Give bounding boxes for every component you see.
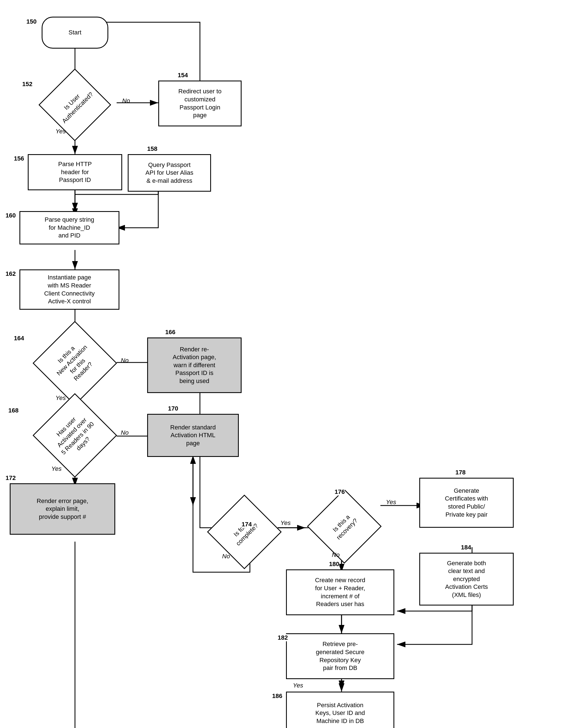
yes-label-persist: Yes: [293, 682, 303, 689]
no-label-recovery: No: [332, 551, 339, 559]
render-standard-label: Render standardActivation HTMLpage: [170, 424, 216, 448]
label-150: 150: [26, 18, 37, 25]
persist-keys-node: Persist ActivationKeys, User ID andMachi…: [286, 691, 394, 728]
create-record-node: Create new recordfor User + Reader,incre…: [286, 569, 394, 615]
form-complete-diamond: Is formcomplete?: [206, 505, 283, 558]
render-reactivation-label: Render re-Activation page,warn if differ…: [173, 345, 216, 385]
new-activation-label: Is this aNew Activationfor thisReader?: [49, 338, 100, 389]
render-error-label: Render error page,explain limit,provide …: [37, 497, 88, 521]
label-166: 166: [165, 328, 175, 336]
recovery-diamond: Is this arecovery?: [303, 500, 386, 553]
is-auth-diamond: Is UserAuthenticated?: [39, 79, 111, 128]
generate-certs-node: GenerateCertificates withstored Public/P…: [419, 478, 514, 528]
generate-certs-label: GenerateCertificates withstored Public/P…: [445, 487, 488, 519]
label-158: 158: [147, 145, 158, 153]
new-activation-diamond: Is this aNew Activationfor thisReader?: [28, 333, 122, 393]
start-label: Start: [69, 29, 81, 37]
yes-label-auth: Yes: [55, 128, 66, 135]
is-auth-label: Is UserAuthenticated?: [55, 85, 95, 125]
label-182: 182: [278, 634, 288, 641]
label-178: 178: [455, 469, 466, 476]
label-156: 156: [14, 155, 24, 162]
label-176: 176: [335, 488, 345, 496]
query-passport-node: Query PassportAPI for User Alias& e-mail…: [128, 154, 211, 192]
create-record-label: Create new recordfor User + Reader,incre…: [315, 576, 366, 608]
retrieve-key-node: Retrieve pre-generated SecureRepository …: [286, 633, 394, 679]
has-activated-diamond: Has userActivated over5 Readers in 90day…: [22, 406, 128, 465]
flowchart-diagram: Start 150 Is UserAuthenticated? 152 No Y…: [0, 0, 587, 728]
no-label-auth: No: [122, 97, 130, 105]
retrieve-key-label: Retrieve pre-generated SecureRepository …: [316, 640, 365, 672]
label-180: 180: [329, 561, 339, 568]
label-154: 154: [178, 72, 188, 79]
parse-query-node: Parse query stringfor Machine_IDand PID: [19, 211, 119, 245]
label-184: 184: [461, 544, 471, 551]
instantiate-page-node: Instantiate pagewith MS ReaderClient Con…: [19, 269, 119, 310]
label-174: 174: [241, 521, 252, 528]
label-162: 162: [5, 270, 16, 277]
start-node: Start: [42, 17, 108, 49]
parse-query-label: Parse query stringfor Machine_IDand PID: [45, 216, 94, 240]
parse-http-label: Parse HTTPheader forPassport ID: [58, 160, 92, 184]
query-passport-label: Query PassportAPI for User Alias& e-mail…: [145, 161, 193, 185]
generate-both-label: Generate bothclear text andencryptedActi…: [445, 560, 488, 599]
label-164: 164: [14, 335, 24, 342]
no-label-hasact: No: [121, 429, 128, 436]
parse-http-node: Parse HTTPheader forPassport ID: [28, 154, 122, 190]
no-label-form: No: [222, 553, 230, 560]
render-standard-node: Render standardActivation HTMLpage: [147, 414, 239, 457]
label-168: 168: [8, 407, 19, 414]
render-error-node: Render error page,explain limit,provide …: [10, 483, 115, 535]
yes-label-hasact: Yes: [51, 465, 62, 473]
yes-label-recovery: Yes: [386, 499, 396, 506]
label-152: 152: [22, 81, 32, 88]
instantiate-label: Instantiate pagewith MS ReaderClient Con…: [44, 274, 95, 305]
recovery-label: Is this arecovery?: [329, 511, 359, 542]
render-reactivation-node: Render re-Activation page,warn if differ…: [147, 338, 241, 393]
label-186: 186: [272, 692, 282, 700]
label-160: 160: [5, 212, 16, 219]
has-activated-label: Has userActivated over5 Readers in 90day…: [48, 409, 101, 462]
persist-keys-label: Persist ActivationKeys, User ID andMachi…: [315, 701, 365, 725]
yes-label-form: Yes: [280, 519, 291, 527]
redirect-label: Redirect user tocustomizedPassport Login…: [178, 88, 221, 119]
redirect-passport-node: Redirect user tocustomizedPassport Login…: [158, 81, 241, 127]
no-label-newact: No: [121, 357, 128, 364]
label-170: 170: [168, 405, 178, 412]
generate-both-node: Generate bothclear text andencryptedActi…: [419, 553, 514, 606]
yes-label-newact: Yes: [55, 394, 66, 402]
label-172: 172: [5, 474, 16, 482]
